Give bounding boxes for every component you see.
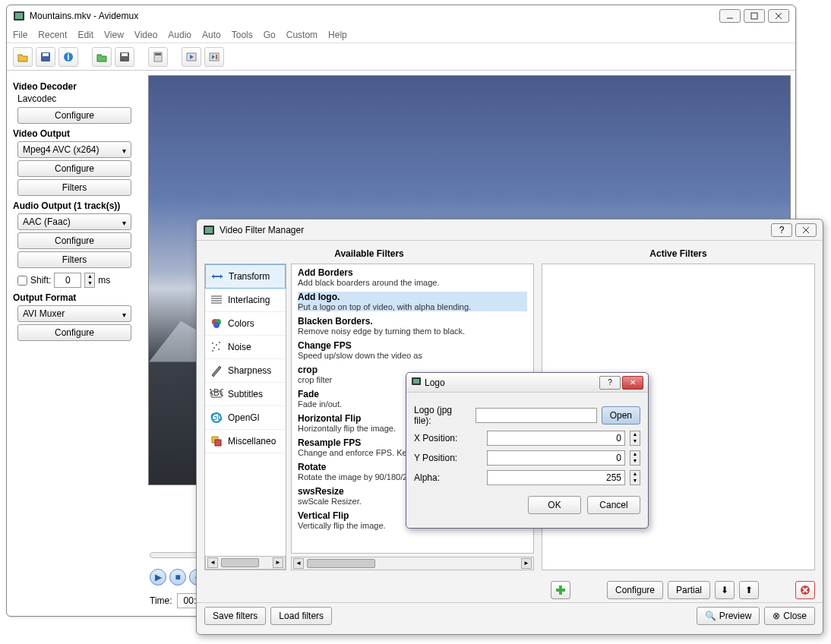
menu-go[interactable]: Go [264, 30, 276, 40]
logo-close-button[interactable]: ✕ [622, 376, 643, 390]
menu-custom[interactable]: Custom [286, 30, 318, 40]
audio-output-select[interactable]: AAC (Faac) [17, 213, 131, 230]
category-misc[interactable]: Miscellaneo [205, 430, 286, 453]
category-noise[interactable]: Noise [205, 336, 286, 359]
filter-close-button[interactable] [795, 223, 817, 237]
calculator-icon[interactable] [148, 47, 168, 67]
category-transform[interactable]: Transform [205, 264, 286, 289]
shift-unit: ms [98, 275, 110, 286]
save-icon[interactable] [36, 47, 55, 67]
play-section-icon[interactable] [204, 47, 224, 67]
video-decoder-label: Video Decoder [13, 81, 137, 92]
move-up-button[interactable]: ⬆ [739, 581, 759, 599]
window-title: Mountains.mkv - Avidemux [30, 11, 716, 21]
move-down-button[interactable]: ⬇ [715, 581, 735, 599]
y-position-input[interactable] [487, 450, 625, 466]
y-position-row: Y Position: ▲▼ [414, 450, 640, 466]
close-button[interactable]: ⊗Close [764, 607, 815, 625]
shift-label: Shift: [30, 275, 51, 286]
logo-dialog-title: Logo [425, 377, 598, 388]
active-filters-title: Active Filters [542, 248, 815, 259]
x-spinner[interactable]: ▲▼ [630, 431, 640, 446]
close-button[interactable] [768, 9, 789, 23]
category-scrollbar[interactable]: ◄► [205, 556, 286, 570]
category-subtitles[interactable]: ABCSubtitles [205, 383, 286, 406]
audio-shift-row: Shift: ▲▼ ms [17, 273, 137, 288]
play-button[interactable]: ▶ [150, 569, 166, 586]
menu-auto[interactable]: Auto [202, 30, 221, 40]
logo-open-button[interactable]: Open [602, 406, 640, 425]
preview-button[interactable]: 🔍Preview [697, 607, 760, 625]
output-format-select[interactable]: AVI Muxer [17, 305, 131, 322]
remove-filter-button[interactable] [795, 581, 815, 599]
filter-item-blacken-borders-[interactable]: Blacken Borders.Remove noisy edge by tur… [298, 316, 527, 336]
filter-help-button[interactable]: ? [771, 223, 792, 237]
video-filters-button[interactable]: Filters [17, 179, 131, 196]
menu-tools[interactable]: Tools [232, 30, 253, 40]
open-icon[interactable] [13, 47, 33, 67]
category-interlacing[interactable]: Interlacing [205, 289, 286, 312]
y-spinner[interactable]: ▲▼ [630, 450, 640, 466]
filter-item-add-borders[interactable]: Add BordersAdd black boarders around the… [298, 267, 527, 287]
alpha-input[interactable] [487, 470, 625, 485]
minimize-button[interactable] [719, 9, 741, 23]
decoder-configure-button[interactable]: Configure [17, 107, 131, 124]
sharpness-icon [210, 364, 223, 377]
menu-view[interactable]: View [104, 30, 124, 40]
load-filters-button[interactable]: Load filters [270, 607, 332, 625]
misc-icon [210, 434, 223, 448]
logo-dialog: Logo ? ✕ Logo (jpg file): Open X Positio… [406, 372, 649, 529]
filter-item-change-fps[interactable]: Change FPSSpeed up/slow down the video a… [298, 340, 527, 360]
alpha-spinner[interactable]: ▲▼ [630, 470, 640, 485]
filter-scrollbar[interactable]: ◄► [291, 557, 534, 570]
svg-rect-40 [215, 440, 221, 446]
x-position-label: X Position: [414, 433, 482, 444]
app-icon [13, 10, 25, 22]
logo-file-input[interactable] [476, 408, 597, 423]
menu-video[interactable]: Video [134, 30, 157, 40]
svg-rect-16 [216, 55, 217, 59]
stop-button[interactable]: ■ [169, 569, 186, 586]
category-colors[interactable]: Colors [205, 312, 286, 336]
svg-rect-1 [15, 13, 23, 19]
svg-point-29 [212, 343, 213, 344]
configure-filter-button[interactable]: Configure [607, 581, 663, 599]
category-sharpness[interactable]: Sharpness [205, 359, 286, 383]
menu-recent[interactable]: Recent [38, 30, 67, 40]
filter-dialog-icon [203, 224, 215, 236]
audio-output-label: Audio Output (1 track(s)) [13, 200, 137, 211]
play-icon[interactable] [182, 47, 201, 67]
menu-help[interactable]: Help [328, 30, 347, 40]
alpha-row: Alpha: ▲▼ [414, 470, 640, 485]
menu-edit[interactable]: Edit [77, 30, 93, 40]
cancel-button[interactable]: Cancel [587, 496, 640, 514]
shift-input[interactable] [54, 273, 81, 288]
save-filters-button[interactable]: Save filters [204, 607, 266, 625]
audio-filters-button[interactable]: Filters [17, 251, 131, 268]
logo-body: Logo (jpg file): Open X Position: ▲▼ Y P… [406, 393, 648, 522]
open-video-icon[interactable] [92, 47, 112, 67]
partial-filter-button[interactable]: Partial [668, 581, 710, 599]
filter-action-row: Configure Partial ⬇ ⬆ [197, 578, 823, 602]
info-icon[interactable]: i [58, 47, 78, 67]
filter-item-add-logo-[interactable]: Add logo.Put a logo on top of video, wit… [298, 292, 527, 311]
logo-help-button[interactable]: ? [599, 376, 621, 390]
video-output-select[interactable]: Mpeg4 AVC (x264) [17, 141, 131, 158]
x-position-input[interactable] [487, 431, 625, 446]
toolbar: i [7, 43, 795, 71]
add-filter-button[interactable] [551, 581, 570, 599]
maximize-button[interactable] [744, 9, 765, 23]
category-opengl[interactable]: GLOpenGl [205, 406, 286, 430]
menu-file[interactable]: File [13, 30, 27, 40]
save-video-icon[interactable] [115, 47, 134, 67]
subtitles-icon: ABC [210, 387, 223, 401]
output-format-configure-button[interactable]: Configure [17, 324, 131, 341]
ok-button[interactable]: OK [528, 496, 581, 514]
svg-text:GL: GL [210, 412, 223, 422]
audio-output-configure-button[interactable]: Configure [17, 232, 131, 249]
close-icon: ⊗ [773, 611, 780, 621]
shift-checkbox[interactable] [17, 276, 27, 286]
video-output-configure-button[interactable]: Configure [17, 160, 131, 177]
menu-audio[interactable]: Audio [168, 30, 191, 40]
shift-spinner[interactable]: ▲▼ [84, 273, 95, 288]
